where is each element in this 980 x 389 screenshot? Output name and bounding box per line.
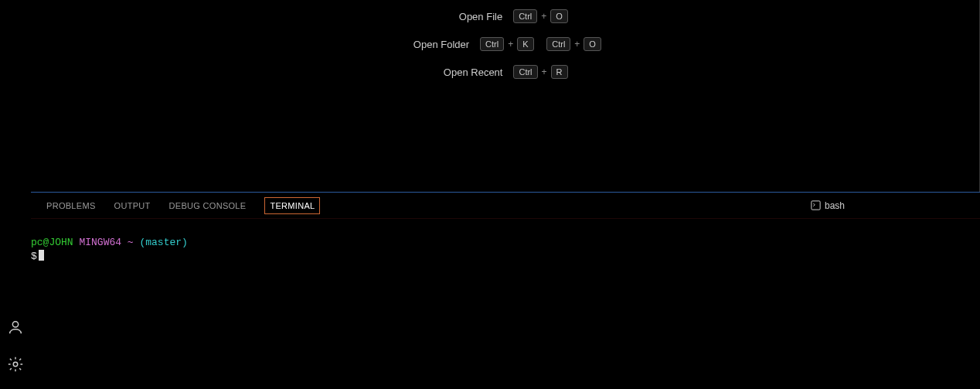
panel-actions: bash xyxy=(810,200,965,211)
key-sequence: Ctrl + O xyxy=(513,9,568,23)
gear-icon[interactable] xyxy=(6,355,25,374)
shortcut-open-file[interactable]: Open File Ctrl + O xyxy=(442,9,568,23)
plus-icon: + xyxy=(508,39,513,49)
close-panel-icon[interactable] xyxy=(954,200,965,211)
tab-output[interactable]: OUTPUT xyxy=(114,196,151,215)
key-k: K xyxy=(517,37,533,51)
tab-problems[interactable]: PROBLEMS xyxy=(46,196,96,215)
key-o: O xyxy=(584,37,601,51)
plus-icon: + xyxy=(541,11,546,22)
terminal[interactable]: pc@JOHN MINGW64 ~ (master) $ xyxy=(31,219,980,263)
tab-debug-console[interactable]: DEBUG CONSOLE xyxy=(169,196,247,215)
shortcut-label: Open Recent xyxy=(442,67,502,78)
svg-rect-3 xyxy=(894,202,903,210)
plus-icon: + xyxy=(542,67,547,77)
prompt-branch: (master) xyxy=(139,237,187,248)
split-terminal-icon[interactable] xyxy=(893,200,904,211)
kill-terminal-icon[interactable] xyxy=(914,200,924,211)
key-o: O xyxy=(550,9,568,23)
terminal-prompt-line: pc@JOHN MINGW64 ~ (master) xyxy=(31,236,980,250)
terminal-launch-profile[interactable]: bash xyxy=(810,200,845,211)
key-ctrl: Ctrl xyxy=(513,9,537,23)
terminal-cursor xyxy=(39,250,44,261)
maximize-panel-icon[interactable] xyxy=(934,200,944,211)
key-ctrl: Ctrl xyxy=(480,37,504,51)
prompt-symbol: $ xyxy=(31,251,37,262)
prompt-path: ~ xyxy=(128,237,134,248)
key-r: R xyxy=(551,65,568,79)
terminal-input-line[interactable]: $ xyxy=(31,250,980,264)
welcome-shortcuts: Open File Ctrl + O Open Folder Ctrl + K … xyxy=(31,0,979,79)
prompt-env: MINGW64 xyxy=(79,237,121,248)
key-ctrl: Ctrl xyxy=(513,65,537,79)
key-sequence: Ctrl + K Ctrl + O xyxy=(480,37,601,51)
shortcut-label: Open File xyxy=(442,11,502,22)
key-ctrl: Ctrl xyxy=(546,37,570,51)
tab-terminal[interactable]: TERMINAL xyxy=(264,197,320,214)
plus-icon: + xyxy=(574,39,580,49)
new-terminal-icon[interactable] xyxy=(854,200,865,211)
key-sequence: Ctrl + R xyxy=(513,65,567,79)
panel: PROBLEMS OUTPUT DEBUG CONSOLE TERMINAL b… xyxy=(31,192,980,389)
svg-point-1 xyxy=(13,362,18,367)
accounts-icon[interactable] xyxy=(6,318,25,336)
shortcut-open-recent[interactable]: Open Recent Ctrl + R xyxy=(442,65,567,79)
chevron-down-icon[interactable] xyxy=(874,201,883,210)
panel-tabs: PROBLEMS OUTPUT DEBUG CONSOLE TERMINAL b… xyxy=(31,193,980,219)
shortcut-open-folder[interactable]: Open Folder Ctrl + K Ctrl + O xyxy=(409,37,601,51)
editor-area: Open File Ctrl + O Open Folder Ctrl + K … xyxy=(31,0,980,192)
svg-rect-2 xyxy=(812,201,820,210)
shortcut-label: Open Folder xyxy=(409,39,469,50)
prompt-user: pc@JOHN xyxy=(31,237,73,248)
terminal-name: bash xyxy=(825,200,845,211)
activity-bar xyxy=(0,0,31,389)
svg-point-0 xyxy=(12,322,18,327)
